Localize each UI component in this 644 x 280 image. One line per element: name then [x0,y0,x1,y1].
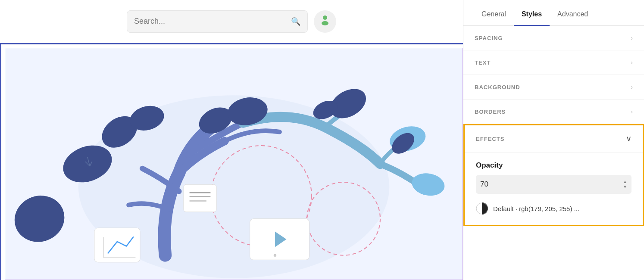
section-text[interactable]: TEXT › [463,50,644,75]
avatar-button[interactable] [314,10,336,33]
main-area: 🔍 [0,0,463,280]
svg-point-1 [322,21,328,25]
opacity-stepper[interactable]: ▲ ▼ [623,180,627,189]
avatar-icon [319,14,331,29]
color-row: Default · rgb(179, 205, 255) ... [476,202,631,215]
chevron-right-icon: › [631,59,633,66]
search-icon: 🔍 [291,17,300,26]
search-input[interactable] [134,17,291,26]
search-wrapper: 🔍 [127,10,308,33]
svg-point-14 [8,189,71,249]
svg-point-24 [274,254,276,257]
opacity-input-wrap: 70 ▲ ▼ [476,175,631,194]
svg-rect-19 [94,228,140,262]
color-preview-icon[interactable] [476,202,488,215]
canvas-inner [5,48,463,280]
panel-tabs: General Styles Advanced [463,0,644,26]
right-panel: General Styles Advanced SPACING › TEXT ›… [463,0,644,280]
effects-label: EFFECTS [476,136,505,142]
tab-styles[interactable]: Styles [514,3,550,26]
top-bar: 🔍 [0,0,463,43]
effects-header[interactable]: EFFECTS ∨ [465,125,643,152]
canvas-area [0,43,463,280]
stepper-up-icon[interactable]: ▲ [623,180,627,184]
stepper-down-icon[interactable]: ▼ [623,185,627,189]
svg-rect-25 [184,184,216,212]
effects-section: EFFECTS ∨ Opacity 70 ▲ ▼ [463,124,644,226]
tab-general[interactable]: General [474,3,514,26]
opacity-value: 70 [480,180,623,189]
color-label: Default · rgb(179, 205, 255) ... [493,205,579,212]
chevron-down-icon: ∨ [626,134,631,143]
svg-point-0 [323,16,327,20]
text-label: TEXT [475,59,491,66]
spacing-label: SPACING [475,35,503,41]
chevron-right-icon: › [631,108,633,115]
tab-advanced[interactable]: Advanced [550,3,596,26]
background-label: BACKGROUND [475,84,520,90]
section-borders[interactable]: BORDERS › [463,100,644,124]
chevron-right-icon: › [631,34,633,41]
effects-body: Opacity 70 ▲ ▼ D [465,152,643,225]
borders-label: BORDERS [475,109,506,115]
chevron-right-icon: › [631,84,633,90]
svg-point-13 [410,171,446,198]
opacity-label: Opacity [476,161,631,170]
panel-sections: SPACING › TEXT › BACKGROUND › BORDERS › … [463,26,644,280]
section-spacing[interactable]: SPACING › [463,26,644,50]
section-background[interactable]: BACKGROUND › [463,75,644,100]
illustration [5,48,463,280]
